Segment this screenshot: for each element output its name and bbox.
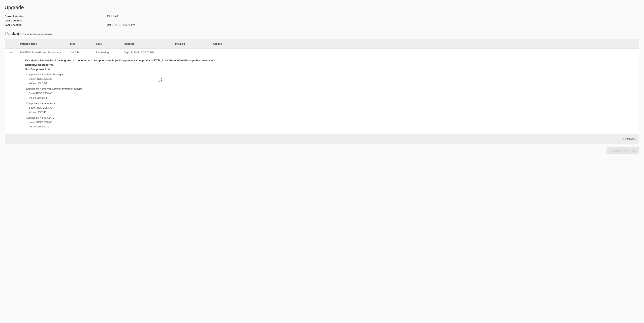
last-checked-label: Last Checked:	[4, 23, 107, 27]
component-version-line: Version:19.2.0.0-2	[29, 124, 636, 129]
meta-row-last-checked: Last Checked: Oct 5, 2019, 2:26:22 PM	[4, 23, 640, 27]
component-name-line: Component Name:CDRS	[26, 115, 636, 120]
subcomponent-list-label: Sub Component List	[25, 68, 636, 71]
packages-datagrid: Package name Size State Released Install…	[4, 39, 640, 144]
meta-row-current-version: Current Version: 19.1.0-43	[4, 14, 640, 18]
datagrid-footer: 1 Packages	[5, 134, 639, 144]
description-label: Description:	[25, 59, 40, 62]
chevron-down-icon	[10, 51, 12, 53]
component-name-line: Component Name:Virtualization Protection…	[26, 86, 636, 91]
component-block: Component Name:Data ManagerState:PROCESS…	[25, 72, 636, 86]
disruptive-value: Yes	[49, 63, 54, 66]
component-version-line: Version:19.2-41	[29, 110, 636, 114]
cell-state: Processing	[93, 51, 121, 54]
detail-description: Description:Full details of the upgrade …	[25, 58, 636, 63]
upgrade-page: Upgrade Current Version: 19.1.0-43 Last …	[0, 0, 644, 323]
component-state-line: State:PROCESSING	[29, 106, 636, 110]
component-name-line: Component Name:Agents	[26, 101, 636, 106]
component-block: Component Name:Virtualization Protection…	[25, 86, 636, 100]
cell-size: 3.4 GiB	[67, 51, 93, 54]
component-state-line: State:PROCESSING	[29, 77, 636, 81]
version-metadata: Current Version: 19.1.0-43 Last Updated:…	[4, 14, 640, 27]
current-version-value: 19.1.0-43	[107, 14, 118, 18]
col-header-released[interactable]: Released	[121, 39, 172, 48]
datagrid-header: Package name Size State Released Install…	[5, 39, 639, 49]
description-text: Full details of the upgrade can be found…	[40, 59, 215, 62]
spinner-icon	[158, 77, 162, 81]
component-state-line: State:PROCESSING	[29, 120, 636, 124]
page-actions: UPLOAD PACKAGE	[4, 147, 640, 154]
packages-section-header: Packages 0 Available, 0 Installed	[4, 31, 640, 36]
packages-title: Packages	[4, 31, 26, 36]
cell-package-name: Dell EMC PowerProtect Data Manag...	[17, 51, 67, 54]
component-state-line: State:PROCESSING	[29, 91, 636, 96]
row-detail-panel: Description:Full details of the upgrade …	[5, 56, 639, 134]
last-updated-label: Last Updated:	[4, 18, 107, 23]
col-header-toggle	[5, 39, 17, 48]
page-title: Upgrade	[4, 4, 640, 10]
upload-package-button[interactable]: UPLOAD PACKAGE	[606, 147, 640, 154]
last-checked-value: Oct 5, 2019, 2:26:22 PM	[107, 23, 135, 27]
disruptive-label: Disruptive Upgrade:	[25, 63, 49, 66]
col-header-name[interactable]: Package name	[17, 39, 67, 48]
component-version-line: Version:19.2.0-7	[29, 81, 636, 86]
footer-count: 1 Packages	[623, 138, 636, 140]
cell-released: Sep 27, 2019, 2:35:03 PM	[121, 51, 172, 54]
meta-row-last-updated: Last Updated:	[4, 18, 640, 23]
col-header-size[interactable]: Size	[67, 39, 93, 48]
component-name-line: Component Name:Data Manager	[26, 72, 636, 77]
loading-indicator	[158, 77, 162, 81]
col-header-state[interactable]: State	[93, 39, 121, 48]
component-block: Component Name:CDRSState:PROCESSINGVersi…	[25, 115, 636, 129]
packages-summary: 0 Available, 0 Installed	[27, 33, 53, 36]
expand-toggle[interactable]	[5, 51, 17, 53]
component-block: Component Name:AgentsState:PROCESSINGVer…	[25, 101, 636, 114]
component-version-line: Version:19.2.0-6	[29, 96, 636, 100]
col-header-installed[interactable]: Installed	[172, 39, 210, 48]
table-row[interactable]: Dell EMC PowerProtect Data Manag... 3.4 …	[5, 49, 639, 56]
current-version-label: Current Version:	[4, 14, 107, 18]
col-header-actions[interactable]: Actions	[210, 39, 639, 48]
detail-disruptive: Disruptive Upgrade:Yes	[25, 63, 636, 67]
